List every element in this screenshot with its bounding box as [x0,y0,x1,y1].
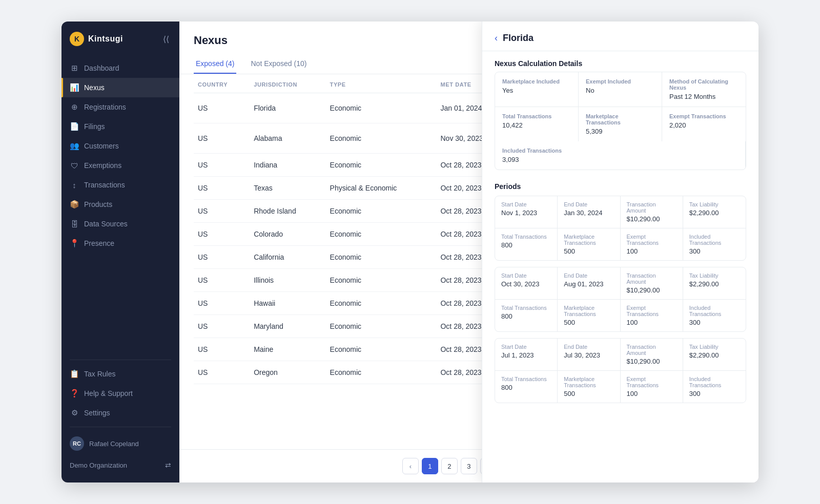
page-btn-2[interactable]: 2 [441,458,458,474]
calc-details-title: Nexus Calculation Details [482,51,758,72]
period-transaction-amount-2: Transaction Amount $10,290.00 [621,339,683,370]
period-start-date-2: Start Date Jul 1, 2023 [495,339,558,370]
page-btn-3[interactable]: 3 [461,458,477,474]
tax-rules-icon: 📋 [70,369,79,379]
sidebar-item-filings[interactable]: 📄Filings [61,117,179,136]
transactions-icon: ↕ [70,180,79,190]
included-transactions-label: Included Transactions [502,148,738,154]
marketplace-transactions-label: Marketplace Transactions [586,113,654,125]
period-total-tx-0: Total Transactions 800 [495,228,558,260]
registrations-icon: ⊕ [70,102,79,112]
total-transactions-label: Total Transactions [502,113,571,119]
sidebar-item-label: Customers [84,142,119,150]
dashboard-icon: ⊞ [70,64,79,73]
marketplace-transactions-value: 5,309 [586,128,654,135]
period-mkt-tx-2: Marketplace Transactions 500 [558,371,620,403]
period-card-0: Start Date Nov 1, 2023 End Date Jan 30, … [495,196,746,261]
pagination-prev[interactable]: ‹ [402,458,419,474]
logo-text: Kintsugi [88,34,123,44]
period-mkt-tx-1: Marketplace Transactions 500 [558,300,620,331]
included-transactions-value: 3,093 [502,156,738,163]
org-section[interactable]: Demo Organization ⇄ [61,456,179,474]
sidebar-item-label: Filings [84,122,105,131]
sidebar-item-label: Exemptions [84,161,121,170]
period-end-date-0: End Date Jan 30, 2024 [558,196,620,228]
period-start-date-0: Start Date Nov 1, 2023 [495,196,558,228]
sidebar-nav: ⊞Dashboard📊Nexus⊕Registrations📄Filings👥C… [61,54,179,355]
nexus-icon: 📊 [70,83,79,92]
help-icon: ❓ [70,389,79,398]
presence-icon: 📍 [70,239,79,248]
exempt-transactions-label: Exempt Transactions [669,113,739,119]
sidebar-item-label: Products [84,200,112,208]
sidebar: K Kintsugi ⟨⟨ ⊞Dashboard📊Nexus⊕Registrat… [61,22,179,482]
periods-section: Periods Start Date Nov 1, 2023 End Date … [482,170,758,413]
period-tax-liability-2: Tax Liability $2,290.00 [683,339,746,370]
period-transaction-amount-1: Transaction Amount $10,290.00 [621,267,683,299]
sidebar-item-label: Data Sources [84,220,128,228]
period-card-1: Start Date Oct 30, 2023 End Date Aug 01,… [495,267,746,332]
customers-icon: 👥 [70,141,79,151]
tab-exposed[interactable]: Exposed (4) [194,55,236,74]
sidebar-item-exemptions[interactable]: 🛡Exemptions [61,156,179,175]
period-transaction-amount-0: Transaction Amount $10,290.00 [621,196,683,228]
period-included-tx-1: Included Transactions 300 [683,300,746,331]
back-button[interactable]: ‹ [495,33,498,44]
sidebar-item-tax-rules[interactable]: 📋Tax Rules [61,364,179,384]
sidebar-item-registrations[interactable]: ⊕Registrations [61,97,179,117]
sidebar-item-nexus[interactable]: 📊Nexus [61,78,179,97]
sidebar-item-presence[interactable]: 📍Presence [61,234,179,253]
avatar: RC [70,436,84,451]
sidebar-logo: K Kintsugi [70,32,123,46]
total-transactions-value: 10,422 [502,121,571,129]
main-content: Nexus Exposed (4)Not Exposed (10) COUNTR… [179,22,758,482]
sidebar-item-label: Dashboard [84,64,119,72]
logo-icon: K [70,32,84,46]
sidebar-item-label: Help & Support [84,389,133,397]
period-mkt-tx-0: Marketplace Transactions 500 [558,228,620,260]
detail-panel: ‹ Florida Nexus Calculation Details Mark… [482,22,758,482]
sidebar-item-products[interactable]: 📦Products [61,195,179,214]
sidebar-item-transactions[interactable]: ↕Transactions [61,175,179,195]
settings-icon: ⚙ [70,408,79,417]
period-exempt-tx-2: Exempt Transactions 100 [621,371,683,403]
periods-title: Periods [495,178,746,196]
sidebar-item-help[interactable]: ❓Help & Support [61,384,179,403]
period-start-date-1: Start Date Oct 30, 2023 [495,267,558,299]
sidebar-item-label: Presence [84,239,114,247]
sidebar-item-settings[interactable]: ⚙Settings [61,403,179,423]
sidebar-collapse-button[interactable]: ⟨⟨ [161,32,171,46]
period-end-date-2: End Date Jul 30, 2023 [558,339,620,370]
sidebar-item-label: Transactions [84,181,125,189]
exempt-included-value: No [586,87,654,94]
tab-not-exposed[interactable]: Not Exposed (10) [249,55,309,74]
period-total-tx-2: Total Transactions 800 [495,371,558,403]
periods-container: Start Date Nov 1, 2023 End Date Jan 30, … [495,196,746,403]
sidebar-item-dashboard[interactable]: ⊞Dashboard [61,58,179,78]
org-name: Demo Organization [70,461,127,469]
period-tax-liability-0: Tax Liability $2,290.00 [683,196,746,228]
sidebar-header: K Kintsugi ⟨⟨ [61,22,179,54]
sidebar-bottom: 📋Tax Rules❓Help & Support⚙Settings [61,364,179,423]
sidebar-item-label: Nexus [84,83,105,92]
exempt-included-cell: Exempt Included No [579,72,662,107]
exempt-transactions-cell: Exempt Transactions 2,020 [662,107,746,141]
calc-details-grid: Marketplace Included Yes Exempt Included… [495,72,746,170]
page-btn-1[interactable]: 1 [422,458,438,474]
col-header-type: TYPE [326,74,437,93]
method-cell: Method of Calculating Nexus Past 12 Mont… [662,72,746,107]
period-exempt-tx-1: Exempt Transactions 100 [621,300,683,331]
sidebar-item-label: Tax Rules [84,370,115,378]
user-section[interactable]: RC Rafael Copeland [61,431,179,456]
included-transactions-cell: Included Transactions 3,093 [495,141,746,170]
sidebar-item-label: Registrations [84,103,126,111]
col-header-country: COUNTRY [194,74,250,93]
user-name: Rafael Copeland [89,440,139,448]
detail-title: Florida [503,33,534,44]
exempt-included-label: Exempt Included [586,78,654,85]
sidebar-item-data-sources[interactable]: 🗄Data Sources [61,214,179,234]
exemptions-icon: 🛡 [70,161,79,170]
marketplace-included-value: Yes [502,87,571,94]
filings-icon: 📄 [70,122,79,131]
sidebar-item-customers[interactable]: 👥Customers [61,136,179,156]
